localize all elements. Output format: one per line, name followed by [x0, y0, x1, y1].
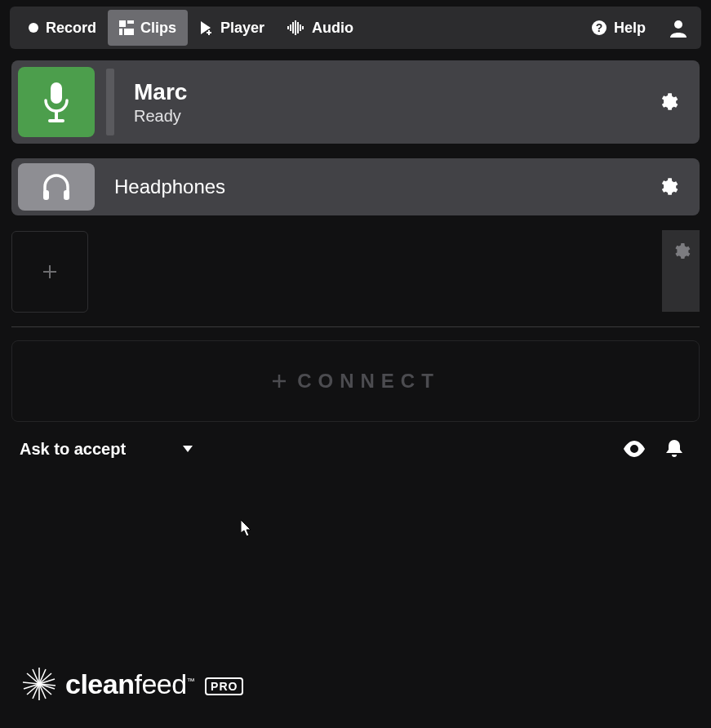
- section-divider: [11, 326, 700, 327]
- input-channel-status: Ready: [134, 107, 641, 126]
- clips-icon: [119, 20, 134, 35]
- record-button[interactable]: Record: [16, 10, 108, 46]
- headphones-tile[interactable]: [18, 163, 95, 211]
- add-channel-row: [11, 230, 700, 313]
- input-level-meter: [106, 69, 114, 135]
- svg-rect-10: [292, 22, 294, 33]
- gear-icon: [657, 176, 678, 198]
- svg-point-0: [29, 23, 38, 33]
- connect-label: CONNECT: [297, 370, 440, 393]
- chevron-down-icon: [183, 446, 193, 452]
- bell-icon: [665, 438, 683, 459]
- account-button[interactable]: [662, 10, 695, 46]
- input-channel-info: Marc Ready: [126, 79, 641, 126]
- notifications-button[interactable]: [655, 438, 693, 459]
- svg-point-17: [674, 20, 682, 29]
- svg-rect-19: [55, 111, 58, 119]
- headphones-icon: [40, 172, 73, 202]
- svg-rect-13: [300, 24, 301, 31]
- svg-rect-12: [297, 22, 299, 33]
- channel-list-settings-button[interactable]: [662, 230, 700, 312]
- svg-rect-22: [64, 190, 69, 200]
- bottom-controls: Ask to accept: [0, 422, 711, 459]
- svg-text:?: ?: [596, 21, 603, 34]
- mic-toggle-tile[interactable]: [18, 67, 95, 137]
- plus-icon: [271, 373, 287, 389]
- clips-label: Clips: [140, 20, 176, 37]
- toolbar-right-group: ? Help: [580, 10, 695, 46]
- input-channel-name: Marc: [134, 79, 641, 105]
- clips-button[interactable]: Clips: [108, 10, 188, 46]
- trademark-symbol: ™: [187, 676, 195, 685]
- toolbar-left-group: Record Clips Player: [16, 10, 365, 46]
- help-icon: ?: [591, 20, 607, 36]
- accept-mode-label: Ask to accept: [20, 440, 126, 459]
- connect-button[interactable]: CONNECT: [11, 340, 700, 422]
- eye-icon: [623, 441, 646, 457]
- svg-rect-7: [207, 32, 211, 33]
- svg-rect-1: [119, 20, 126, 27]
- svg-rect-3: [119, 29, 122, 35]
- svg-rect-20: [48, 119, 64, 122]
- logo-text: cleanfeed™ PRO: [65, 668, 243, 700]
- output-channel-card: Headphones: [11, 158, 700, 215]
- gear-icon: [671, 242, 691, 261]
- record-icon: [28, 22, 39, 33]
- logo-text-a: clean: [65, 668, 134, 699]
- gear-icon: [657, 91, 678, 113]
- audio-label: Audio: [312, 20, 353, 37]
- mouse-cursor: [241, 520, 254, 538]
- svg-rect-18: [51, 82, 62, 104]
- svg-rect-8: [287, 26, 289, 29]
- waveform-icon: [287, 20, 305, 35]
- help-label: Help: [614, 20, 646, 37]
- player-button[interactable]: Player: [188, 10, 276, 46]
- player-label: Player: [220, 20, 264, 37]
- svg-marker-43: [241, 520, 251, 536]
- user-icon: [669, 18, 688, 38]
- top-toolbar: Record Clips Player: [10, 7, 701, 49]
- accept-mode-dropdown[interactable]: Ask to accept: [20, 440, 193, 459]
- record-label: Record: [46, 20, 96, 37]
- brand-logo: cleanfeed™ PRO: [20, 664, 243, 704]
- plus-icon: [42, 264, 57, 279]
- svg-rect-9: [290, 24, 291, 31]
- logo-text-b: feed: [134, 668, 186, 699]
- svg-rect-14: [302, 26, 304, 29]
- input-settings-button[interactable]: [652, 87, 683, 118]
- svg-marker-27: [183, 446, 193, 452]
- pro-badge: PRO: [205, 677, 243, 695]
- output-channel-info: Headphones: [106, 175, 641, 198]
- svg-rect-2: [127, 20, 134, 24]
- logo-burst-icon: [20, 664, 59, 704]
- input-channel-card: Marc Ready: [11, 60, 700, 144]
- add-channel-button[interactable]: [11, 231, 88, 313]
- player-icon: [199, 20, 214, 35]
- svg-rect-4: [124, 29, 134, 35]
- audio-button[interactable]: Audio: [276, 10, 365, 46]
- output-channel-name: Headphones: [114, 175, 641, 198]
- microphone-icon: [40, 81, 73, 123]
- svg-rect-21: [43, 190, 49, 200]
- visibility-button[interactable]: [613, 441, 655, 457]
- output-settings-button[interactable]: [652, 171, 683, 202]
- help-button[interactable]: ? Help: [580, 10, 657, 46]
- svg-rect-11: [295, 20, 296, 35]
